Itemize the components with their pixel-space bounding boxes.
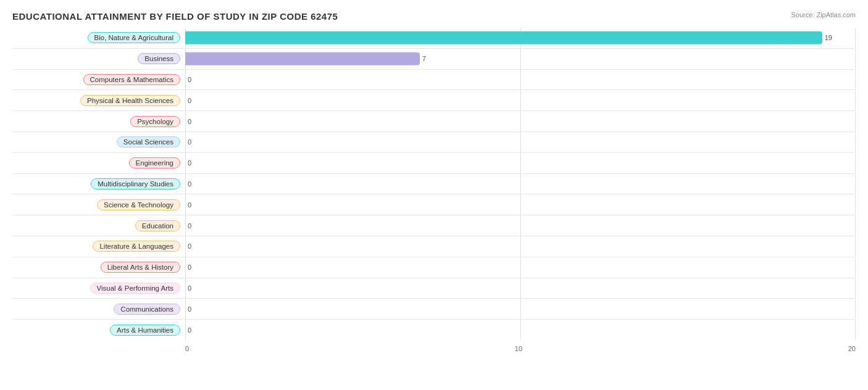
bar-track: 0 (185, 236, 856, 257)
bar-label: Bio, Nature & Agricultural (12, 32, 185, 43)
bar-value: 0 (188, 180, 191, 188)
label-pill: Engineering (129, 157, 180, 168)
bar-row: Multidisciplinary Studies 0 (12, 174, 856, 195)
bar-track: 0 (185, 70, 856, 90)
label-pill: Computers & Mathematics (83, 74, 181, 85)
bar-value: 19 (825, 34, 832, 41)
bar-track: 7 (185, 49, 856, 69)
bar-label: Computers & Mathematics (12, 74, 185, 85)
x-label-20: 20 (848, 345, 856, 352)
bar-rows: Bio, Nature & Agricultural 19 Business 7… (12, 28, 856, 340)
bar-track: 0 (185, 90, 856, 110)
bar-track: 0 (185, 320, 856, 340)
bar-value: 0 (188, 201, 191, 209)
label-pill: Science & Technology (97, 199, 180, 210)
bar-track: 0 (185, 132, 856, 152)
bar-track: 0 (185, 278, 856, 299)
x-label-10: 10 (515, 345, 522, 352)
label-pill: Multidisciplinary Studies (91, 178, 180, 189)
bar-track: 0 (185, 153, 856, 173)
bar-label: Multidisciplinary Studies (12, 178, 185, 189)
label-pill: Liberal Arts & History (101, 262, 180, 273)
bar-row: Literature & Languages 0 (12, 236, 856, 257)
bar-label: Arts & Humanities (12, 325, 185, 336)
bar-value: 0 (188, 97, 191, 104)
label-pill: Psychology (130, 116, 180, 127)
bar-value: 0 (188, 305, 191, 313)
label-pill: Bio, Nature & Agricultural (88, 32, 180, 43)
bar-row: Arts & Humanities 0 (12, 320, 856, 340)
bar-track: 0 (185, 215, 856, 236)
label-pill: Physical & Health Sciences (80, 95, 180, 106)
bar-label: Business (12, 53, 185, 64)
bar-value: 0 (188, 284, 191, 292)
bar-row: Science & Technology 0 (12, 194, 856, 215)
bar-value: 0 (188, 76, 191, 83)
bar-row: Liberal Arts & History 0 (12, 257, 856, 278)
bar-row: Education 0 (12, 215, 856, 236)
bar-value: 7 (422, 55, 426, 62)
bar-value: 0 (188, 138, 191, 146)
bar-track: 0 (185, 194, 856, 215)
bar-label: Physical & Health Sciences (12, 95, 185, 106)
bar-row: Physical & Health Sciences 0 (12, 90, 856, 111)
label-pill: Communications (114, 304, 180, 315)
bar-row: Social Sciences 0 (12, 132, 856, 153)
x-axis: 0 10 20 (185, 340, 856, 357)
bar-label: Literature & Languages (12, 241, 185, 252)
bar-value: 0 (188, 243, 191, 250)
bar-label: Visual & Performing Arts (12, 283, 185, 294)
bar-value: 0 (188, 326, 191, 334)
chart-title: EDUCATIONAL ATTAINMENT BY FIELD OF STUDY… (12, 11, 856, 22)
bar-row: Communications 0 (12, 299, 856, 320)
label-pill: Literature & Languages (93, 241, 180, 252)
bar-row: Visual & Performing Arts 0 (12, 278, 856, 299)
bar-label: Social Sciences (12, 136, 185, 147)
bar-label: Communications (12, 304, 185, 315)
bar-row: Bio, Nature & Agricultural 19 (12, 28, 856, 49)
bar-row: Engineering 0 (12, 153, 856, 174)
label-pill: Education (135, 220, 180, 231)
bar-value: 0 (188, 222, 191, 230)
bar-label: Engineering (12, 157, 185, 168)
bar-track: 0 (185, 257, 856, 278)
label-pill: Business (138, 53, 180, 64)
bar-fill (185, 31, 822, 44)
bar-row: Business 7 (12, 49, 856, 70)
bar-label: Liberal Arts & History (12, 262, 185, 273)
chart-area: Bio, Nature & Agricultural 19 Business 7… (12, 28, 856, 357)
chart-source: Source: ZipAtlas.com (791, 11, 856, 19)
bar-row: Psychology 0 (12, 111, 856, 132)
bar-fill (185, 52, 420, 65)
chart-container: EDUCATIONAL ATTAINMENT BY FIELD OF STUDY… (0, 0, 868, 390)
bar-track: 0 (185, 111, 856, 131)
bar-track: 0 (185, 174, 856, 194)
x-label-0: 0 (185, 345, 189, 352)
bar-label: Science & Technology (12, 199, 185, 210)
label-pill: Visual & Performing Arts (90, 283, 180, 294)
bar-value: 0 (188, 118, 191, 125)
bar-track: 19 (185, 28, 856, 48)
bar-label: Psychology (12, 116, 185, 127)
label-pill: Arts & Humanities (110, 325, 180, 336)
bar-label: Education (12, 220, 185, 231)
bar-row: Computers & Mathematics 0 (12, 70, 856, 91)
label-pill: Social Sciences (117, 136, 180, 147)
bar-value: 0 (188, 159, 191, 167)
bars-section: Bio, Nature & Agricultural 19 Business 7… (12, 28, 856, 340)
bar-value: 0 (188, 263, 191, 271)
bar-track: 0 (185, 299, 856, 319)
